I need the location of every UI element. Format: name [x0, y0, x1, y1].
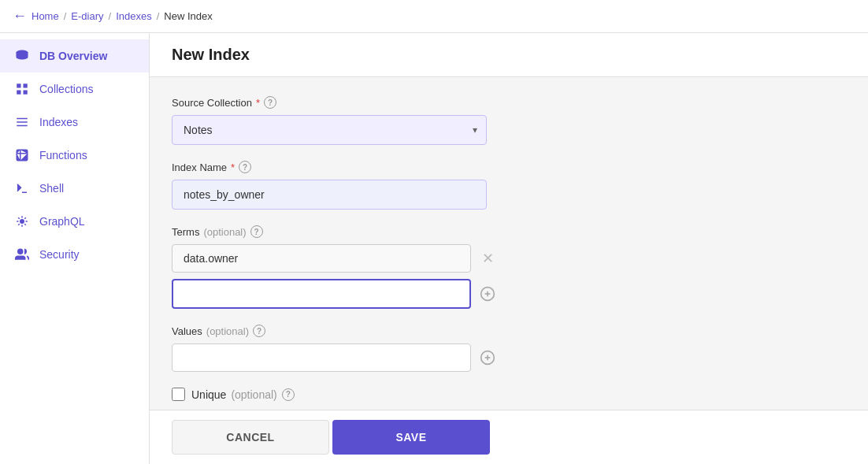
svg-rect-1 [17, 84, 20, 87]
page-title: New Index [172, 46, 846, 64]
values-label: Values (optional) ? [172, 325, 846, 337]
collections-icon [14, 81, 30, 97]
unique-help[interactable]: ? [282, 388, 295, 401]
save-button[interactable]: SAVE [332, 420, 490, 455]
unique-label[interactable]: Unique (optional) ? [191, 388, 295, 401]
sidebar-item-db-overview[interactable]: DB Overview [0, 39, 149, 72]
graphql-icon [14, 213, 30, 229]
values-input[interactable] [172, 343, 471, 372]
sidebar-label-graphql: GraphQL [39, 215, 85, 228]
sidebar-item-collections[interactable]: Collections [0, 72, 149, 106]
form-header: New Index [150, 33, 868, 77]
source-collection-required: * [256, 97, 260, 109]
svg-point-9 [20, 220, 24, 224]
breadcrumb-sep-3: / [157, 10, 160, 22]
sidebar-label-shell: Shell [39, 182, 64, 195]
breadcrumb-sep-2: / [109, 10, 112, 22]
db-overview-icon [14, 48, 30, 64]
source-collection-wrapper: Notes Users Tasks ▾ [172, 115, 487, 145]
sidebar-label-indexes: Indexes [39, 116, 78, 128]
form-footer: CANCEL SAVE [150, 410, 868, 464]
terms-optional: (optional) [203, 226, 246, 238]
source-collection-help[interactable]: ? [264, 96, 276, 109]
index-name-required: * [231, 161, 235, 173]
terms-help[interactable]: ? [250, 225, 263, 238]
sidebar-label-db-overview: DB Overview [39, 50, 107, 62]
sidebar: DB Overview Collections Indexes Function… [0, 33, 150, 464]
main-content: New Index Source Collection * ? Notes Us… [150, 33, 868, 464]
sidebar-item-functions[interactable]: Functions [0, 139, 149, 172]
svg-rect-4 [24, 91, 28, 95]
back-button[interactable]: ← [13, 8, 27, 24]
values-optional: (optional) [206, 325, 249, 337]
terms-new-input[interactable] [172, 279, 471, 309]
svg-rect-2 [24, 84, 28, 87]
unique-group: Unique (optional) ? [172, 388, 846, 401]
source-collection-label: Source Collection * ? [172, 96, 846, 109]
terms-row-new [172, 279, 846, 309]
index-name-group: Index Name * ? [172, 161, 846, 210]
remove-term-button[interactable]: ✕ [477, 248, 498, 269]
indexes-icon [14, 114, 30, 130]
sidebar-item-security[interactable]: Security [0, 238, 149, 271]
breadcrumb-ediary[interactable]: E-diary [71, 10, 103, 22]
source-collection-select[interactable]: Notes Users Tasks [172, 115, 487, 145]
source-collection-group: Source Collection * ? Notes Users Tasks … [172, 96, 846, 145]
terms-input-1[interactable] [172, 244, 471, 273]
cancel-button[interactable]: CANCEL [172, 420, 329, 455]
index-name-label: Index Name * ? [172, 161, 846, 173]
svg-rect-3 [17, 91, 20, 95]
index-name-input[interactable] [172, 180, 487, 210]
values-row [172, 343, 846, 372]
topbar: ← Home / E-diary / Indexes / New Index [0, 0, 868, 33]
unique-checkbox[interactable] [172, 388, 185, 401]
breadcrumb-current: New Index [164, 10, 212, 22]
terms-label: Terms (optional) ? [172, 225, 846, 238]
index-name-help[interactable]: ? [239, 161, 251, 173]
form-area: Source Collection * ? Notes Users Tasks … [150, 77, 868, 410]
sidebar-label-collections: Collections [39, 83, 93, 95]
add-value-button[interactable] [477, 347, 498, 368]
sidebar-label-security: Security [39, 248, 80, 261]
values-help[interactable]: ? [253, 325, 265, 337]
terms-row-1: ✕ [172, 244, 846, 273]
breadcrumb-sep-1: / [64, 10, 67, 22]
sidebar-label-functions: Functions [39, 149, 87, 161]
shell-icon [14, 180, 30, 196]
add-term-button[interactable] [477, 284, 498, 304]
sidebar-item-shell[interactable]: Shell [0, 172, 149, 205]
breadcrumb-home[interactable]: Home [32, 10, 59, 22]
svg-point-10 [18, 249, 23, 254]
values-group: Values (optional) ? [172, 325, 846, 372]
breadcrumb: Home / E-diary / Indexes / New Index [32, 10, 213, 22]
terms-group: Terms (optional) ? ✕ [172, 225, 846, 309]
sidebar-item-indexes[interactable]: Indexes [0, 106, 149, 139]
sidebar-item-graphql[interactable]: GraphQL [0, 205, 149, 238]
functions-icon [14, 147, 30, 163]
breadcrumb-indexes[interactable]: Indexes [116, 10, 152, 22]
security-icon [14, 247, 30, 262]
